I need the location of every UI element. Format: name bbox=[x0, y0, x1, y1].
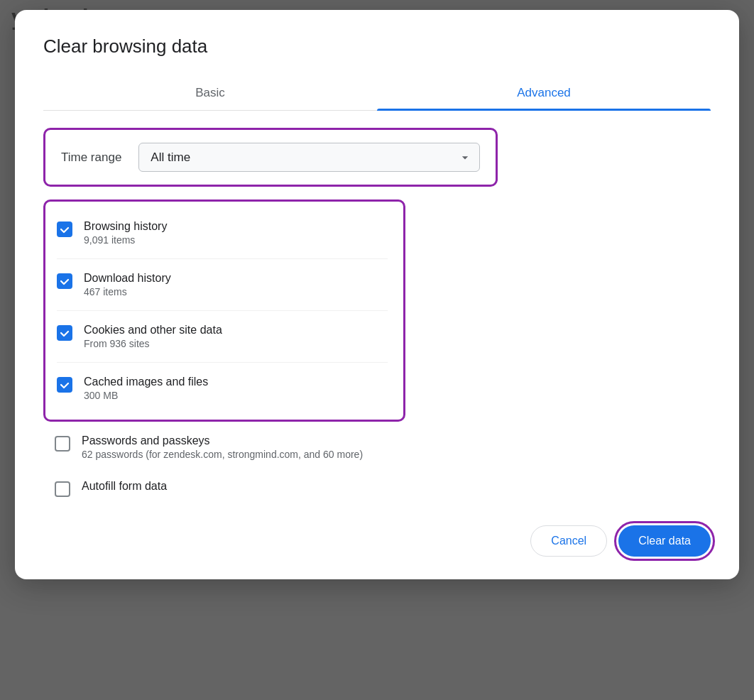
time-range-select[interactable]: Last hour Last 24 hours Last 7 days Last… bbox=[138, 143, 480, 172]
time-range-label: Time range bbox=[61, 151, 121, 165]
clear-data-button[interactable]: Clear data bbox=[618, 525, 711, 557]
checkbox-browsing-history[interactable]: Browsing history 9,091 items bbox=[57, 207, 388, 259]
autofill-title: Autofill form data bbox=[82, 480, 167, 493]
passwords-text: Passwords and passkeys 62 passwords (for… bbox=[82, 434, 363, 460]
checkbox-passwords[interactable]: Passwords and passkeys 62 passwords (for… bbox=[43, 422, 711, 467]
checkbox-autofill-input[interactable] bbox=[55, 481, 70, 497]
download-history-subtitle: 467 items bbox=[84, 286, 171, 297]
dialog-footer: Cancel Clear data bbox=[43, 518, 711, 557]
checkbox-autofill-wrapper[interactable] bbox=[55, 481, 70, 497]
dialog-title: Clear browsing data bbox=[43, 35, 711, 58]
cookies-title: Cookies and other site data bbox=[84, 324, 222, 337]
checkmark-icon bbox=[60, 380, 70, 390]
passwords-subtitle: 62 passwords (for zendesk.com, strongmin… bbox=[82, 449, 363, 460]
passwords-title: Passwords and passkeys bbox=[82, 434, 363, 447]
checkbox-cookies-wrapper[interactable] bbox=[57, 325, 72, 341]
cached-images-subtitle: 300 MB bbox=[84, 390, 208, 401]
checkbox-browsing-history-wrapper[interactable] bbox=[57, 222, 72, 237]
cached-images-text: Cached images and files 300 MB bbox=[84, 376, 208, 401]
tab-basic[interactable]: Basic bbox=[43, 77, 377, 110]
cookies-subtitle: From 936 sites bbox=[84, 338, 222, 349]
checked-checkboxes-box: Browsing history 9,091 items Download hi bbox=[43, 199, 405, 422]
checkbox-download-history-wrapper[interactable] bbox=[57, 273, 72, 289]
browsing-history-subtitle: 9,091 items bbox=[84, 234, 167, 246]
clear-browsing-data-dialog: Clear browsing data Basic Advanced Time … bbox=[15, 10, 739, 579]
checkbox-cookies[interactable]: Cookies and other site data From 936 sit… bbox=[57, 311, 388, 363]
checkbox-autofill[interactable]: Autofill form data bbox=[43, 467, 711, 504]
content-area: Time range Last hour Last 24 hours Last … bbox=[43, 111, 711, 504]
browsing-history-title: Browsing history bbox=[84, 220, 167, 233]
cached-images-title: Cached images and files bbox=[84, 376, 208, 388]
backdrop: y check Clear browsing data Basic Advanc… bbox=[0, 0, 754, 700]
download-history-title: Download history bbox=[84, 272, 171, 285]
cookies-text: Cookies and other site data From 936 sit… bbox=[84, 324, 222, 349]
checkbox-browsing-history-input[interactable] bbox=[57, 222, 72, 237]
checkbox-download-history-input[interactable] bbox=[57, 273, 72, 289]
checkbox-passwords-input[interactable] bbox=[55, 436, 70, 452]
tabs-bar: Basic Advanced bbox=[43, 77, 711, 111]
checkbox-download-history[interactable]: Download history 467 items bbox=[57, 259, 388, 311]
checkmark-icon bbox=[60, 224, 70, 234]
autofill-text: Autofill form data bbox=[82, 480, 167, 494]
cancel-button[interactable]: Cancel bbox=[530, 525, 607, 557]
checkbox-cookies-input[interactable] bbox=[57, 325, 72, 341]
checkbox-passwords-wrapper[interactable] bbox=[55, 436, 70, 452]
time-range-box: Time range Last hour Last 24 hours Last … bbox=[43, 128, 498, 187]
checkbox-cached-images[interactable]: Cached images and files 300 MB bbox=[57, 363, 388, 414]
checkmark-icon bbox=[60, 276, 70, 286]
checkbox-cached-images-input[interactable] bbox=[57, 377, 72, 393]
browsing-history-text: Browsing history 9,091 items bbox=[84, 220, 167, 246]
checkbox-cached-images-wrapper[interactable] bbox=[57, 377, 72, 393]
checkmark-icon bbox=[60, 328, 70, 338]
tab-advanced[interactable]: Advanced bbox=[377, 77, 711, 110]
download-history-text: Download history 467 items bbox=[84, 272, 171, 297]
